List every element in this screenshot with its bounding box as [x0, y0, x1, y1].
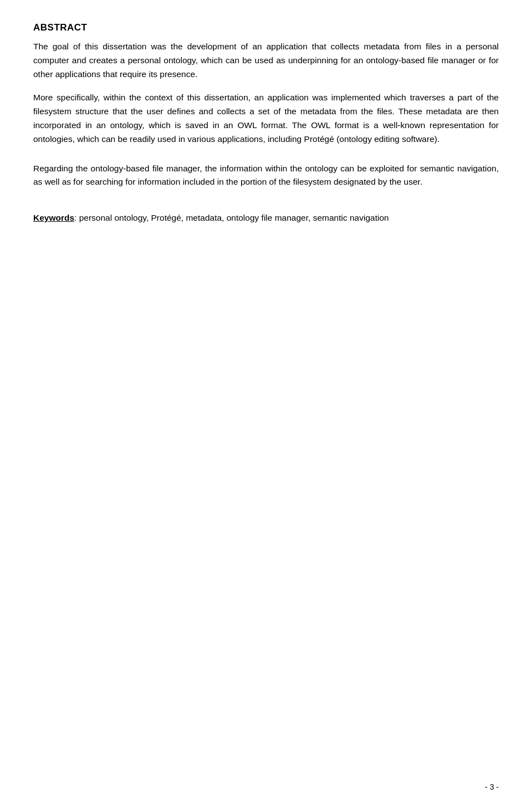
abstract-paragraph-1: The goal of this dissertation was the de… — [33, 40, 499, 81]
keywords-section: Keywords: personal ontology, Protégé, me… — [33, 211, 499, 225]
abstract-paragraph-3: Regarding the ontology-based file manage… — [33, 162, 499, 190]
page-number: - 3 - — [485, 782, 499, 791]
keywords-label: Keywords — [33, 213, 74, 222]
abstract-paragraph-2: More specifically, within the context of… — [33, 91, 499, 146]
page: ABSTRACT The goal of this dissertation w… — [0, 0, 532, 808]
abstract-heading: ABSTRACT — [33, 22, 499, 33]
keywords-text: : personal ontology, Protégé, metadata, … — [74, 213, 389, 222]
